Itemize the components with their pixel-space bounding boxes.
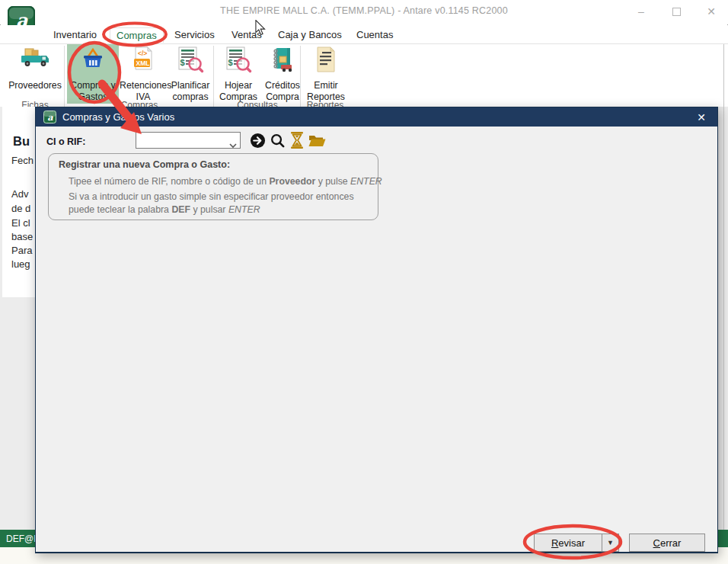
ribbon-item-label: Hojear Compras	[216, 80, 261, 102]
background-text: lueg	[11, 258, 30, 270]
ribbon-item-hojear-compras[interactable]: $ Hojear Compras	[216, 44, 261, 104]
ribbon-item-label: Créditos Compra	[261, 80, 304, 102]
svg-text:$: $	[180, 58, 185, 67]
instructions-title: Registrar una nueva Compra o Gasto:	[59, 159, 230, 170]
dialog-compras-y-gastos: a Compras y Gastos Varios ✕ CI o RIF:	[35, 107, 718, 553]
search-icon[interactable]	[268, 131, 286, 149]
ribbon-item-label: Proveedores	[5, 80, 65, 91]
dialog-title: Compras y Gastos Varios	[62, 111, 174, 123]
window-titlebar: THE EMPIRE MALL C.A. (TEMM.PPAL) - Antar…	[0, 0, 728, 24]
doc-search-icon: $	[167, 44, 214, 80]
panel-edge-line	[723, 44, 724, 547]
xml-file-icon: </> XML	[120, 44, 167, 80]
background-text: Fech	[11, 155, 34, 166]
minimize-icon[interactable]: –	[634, 5, 649, 18]
background-text: El cl	[11, 217, 30, 229]
instructions-box: Registrar una nueva Compra o Gasto: Tipe…	[48, 153, 378, 220]
ci-rif-label: CI o RIF:	[46, 136, 85, 147]
tab-ventas[interactable]: Ventas	[228, 27, 265, 42]
tab-servicios[interactable]: Servicios	[171, 27, 218, 42]
hourglass-icon[interactable]	[288, 131, 306, 149]
ribbon-item-label: Planificar compras	[167, 80, 214, 102]
dialog-titlebar[interactable]: a Compras y Gastos Varios ✕	[36, 107, 717, 127]
background-text: base	[11, 231, 33, 242]
maximize-icon[interactable]	[669, 5, 684, 18]
go-icon[interactable]	[248, 131, 267, 149]
tab-cuentas[interactable]: Cuentas	[353, 27, 396, 42]
svg-text:</>: </>	[138, 50, 147, 57]
ribbon-item-label: Compras y Gastos	[67, 80, 119, 102]
background-text: de d	[11, 203, 30, 214]
revisar-button[interactable]: Revisar	[534, 534, 602, 552]
notebook-truck-icon	[261, 44, 304, 80]
background-text: Para	[11, 245, 32, 256]
tab-compras[interactable]: Compras	[110, 27, 164, 43]
svg-text:$: $	[228, 58, 233, 67]
ribbon-item-compras-y-gastos[interactable]: Compras y Gastos	[67, 44, 119, 104]
dialog-close-icon[interactable]: ✕	[691, 107, 711, 127]
ribbon-item-label: Emitir Reportes	[304, 80, 348, 102]
ribbon: Proveedores Compras y Gastos	[0, 44, 728, 107]
chevron-down-icon[interactable]	[229, 138, 237, 152]
svg-text:XML: XML	[136, 59, 150, 67]
svg-text:a: a	[47, 112, 53, 123]
revisar-dropdown-icon[interactable]: ▼	[602, 534, 619, 552]
ribbon-item-emitir-reportes[interactable]: Emitir Reportes	[304, 44, 348, 104]
dialog-search-row: CI o RIF:	[36, 127, 717, 157]
ribbon-item-creditos-compra[interactable]: Créditos Compra	[261, 44, 304, 104]
app-window: THE EMPIRE MALL C.A. (TEMM.PPAL) - Antar…	[0, 0, 728, 564]
instructions-line-1: Tipee el número de RIF, nombre o código …	[69, 176, 382, 187]
ribbon-item-label: Retenciones IVA	[120, 80, 167, 102]
folder-icon[interactable]	[308, 131, 326, 149]
instructions-line-2: Si va a introducir un gasto simple sin e…	[69, 191, 375, 216]
menubar: Inventario Compras Servicios Ventas Caja…	[0, 25, 728, 43]
ci-rif-input[interactable]	[138, 133, 228, 148]
ci-rif-combobox[interactable]	[136, 132, 241, 149]
ribbon-item-planificar-compras[interactable]: $ Planificar compras	[167, 44, 214, 104]
report-icon	[304, 44, 348, 80]
cerrar-button[interactable]: Cerrar	[629, 534, 705, 552]
background-text: Adv	[11, 188, 28, 200]
tab-caja-y-bancos[interactable]: Caja y Bancos	[275, 27, 345, 42]
ribbon-item-retenciones-iva[interactable]: </> XML Retenciones IVA	[120, 44, 167, 104]
app-logo-icon: a	[43, 111, 56, 123]
truck-icon	[5, 44, 65, 80]
basket-icon	[67, 44, 119, 80]
doc-search-icon: $	[216, 44, 261, 80]
window-title: THE EMPIRE MALL C.A. (TEMM.PPAL) - Antar…	[0, 5, 728, 16]
tab-inventario[interactable]: Inventario	[50, 27, 100, 42]
scrollbar-track[interactable]	[717, 107, 723, 530]
background-heading: Bu	[13, 134, 30, 149]
close-icon[interactable]: ✕	[704, 5, 719, 18]
ribbon-item-proveedores[interactable]: Proveedores	[5, 44, 65, 104]
